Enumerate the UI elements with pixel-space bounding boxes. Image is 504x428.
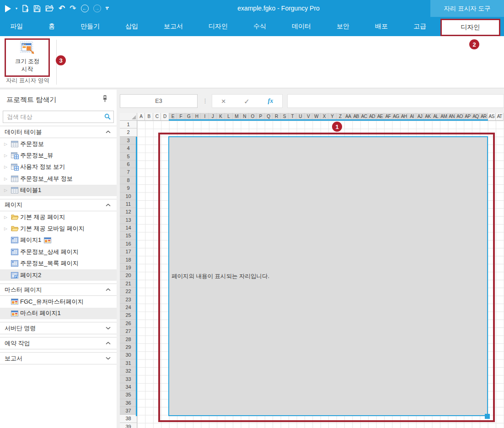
row-header[interactable]: 34 — [120, 383, 137, 391]
row-header[interactable]: 6 — [120, 160, 137, 168]
row-header[interactable]: 30 — [120, 351, 137, 359]
tab-보고서[interactable]: 보고서 — [160, 22, 187, 31]
expand-arrow-icon[interactable]: ▷ — [4, 226, 11, 231]
row-header[interactable]: 18 — [120, 256, 137, 264]
section-header[interactable]: 예약 작업 — [0, 337, 117, 349]
row-header[interactable]: 10 — [120, 193, 137, 200]
row-header[interactable]: 12 — [120, 208, 137, 216]
tab-수식[interactable]: 수식 — [250, 22, 270, 31]
row-header[interactable]: 26 — [120, 320, 137, 327]
tab-디자인[interactable]: 디자인 — [205, 22, 231, 31]
column-header[interactable]: C — [153, 113, 161, 121]
cancel-button[interactable]: × — [221, 97, 226, 105]
tab-파일[interactable]: 파일 — [6, 22, 27, 31]
row-header[interactable]: 38 — [120, 415, 137, 423]
section-header[interactable]: 마스터 페이지 — [0, 284, 117, 296]
row-header[interactable]: 3 — [120, 137, 137, 144]
row-header[interactable]: 21 — [120, 280, 137, 288]
expand-arrow-icon[interactable]: ▷ — [4, 153, 11, 158]
row-header[interactable]: 17 — [120, 248, 137, 256]
undo-icon[interactable]: ↶ — [59, 5, 65, 12]
enter-button[interactable]: ✓ — [244, 98, 250, 105]
expand-arrow-icon[interactable]: ▷ — [4, 177, 11, 181]
tree-item[interactable]: ▷사용자 정보 보기 — [0, 161, 117, 173]
tree-item[interactable]: ▷주문정보_뷰 — [0, 150, 117, 161]
open-icon[interactable] — [45, 5, 54, 12]
row-header[interactable]: 29 — [120, 343, 137, 351]
tree-item[interactable]: 페이지2 — [0, 269, 117, 281]
row-header[interactable]: 23 — [120, 296, 137, 304]
tab-홈[interactable]: 홈 — [45, 22, 59, 31]
tree-item[interactable]: FGC_유저마스터페이지 — [0, 296, 117, 307]
row-header[interactable]: 20 — [120, 272, 137, 279]
navigate-back-icon[interactable]: ← — [81, 5, 89, 12]
row-header[interactable]: 7 — [120, 168, 137, 176]
tab-삽입[interactable]: 삽입 — [122, 22, 142, 31]
section-header[interactable]: 보고서 — [0, 352, 117, 364]
resize-start-button[interactable]: 크기 조정 시작 — [5, 38, 50, 77]
expand-arrow-icon[interactable]: ▷ — [4, 188, 11, 193]
tab-design-contextual[interactable]: 디자인 — [440, 19, 500, 36]
formula-input[interactable] — [287, 94, 504, 108]
row-header[interactable]: 13 — [120, 216, 137, 224]
row-header[interactable]: 27 — [120, 327, 137, 335]
row-header[interactable]: 39 — [120, 423, 137, 428]
row-header[interactable]: 32 — [120, 367, 137, 375]
column-header[interactable]: B — [145, 113, 153, 121]
column-header[interactable]: AS — [488, 113, 496, 121]
tree-item[interactable]: ▷기본 제공 페이지 — [0, 211, 117, 223]
pin-icon[interactable] — [102, 95, 108, 104]
row-header[interactable]: 37 — [120, 407, 137, 415]
row-header[interactable]: 14 — [120, 224, 137, 232]
row-header[interactable]: 9 — [120, 184, 137, 192]
tab-배포[interactable]: 배포 — [371, 22, 391, 31]
row-header[interactable]: 35 — [120, 391, 137, 399]
content-placeholder-area[interactable]: 페이지의 내용이 표시되는 자리입니다. — [168, 136, 488, 416]
qat-customize-icon[interactable]: ▼ — [106, 7, 109, 10]
chevron-up-icon[interactable] — [106, 203, 111, 207]
section-header[interactable]: 페이지 — [0, 199, 117, 211]
column-header[interactable]: AT — [496, 113, 504, 121]
search-icon[interactable] — [104, 113, 111, 122]
row-header[interactable]: 1 — [120, 121, 137, 128]
row-header[interactable]: 16 — [120, 240, 137, 248]
navigate-forward-icon[interactable]: → — [93, 5, 101, 12]
new-file-icon[interactable] — [22, 5, 29, 12]
column-header[interactable]: A — [137, 113, 145, 121]
expand-arrow-icon[interactable]: ▷ — [4, 165, 11, 169]
row-header[interactable]: 33 — [120, 375, 137, 383]
row-header[interactable]: 15 — [120, 232, 137, 240]
expand-arrow-icon[interactable]: ▷ — [4, 142, 11, 146]
row-header[interactable]: 22 — [120, 288, 137, 295]
cell-name-box[interactable]: E3 — [120, 94, 198, 108]
tree-item[interactable]: 주문정보_상세 페이지 — [0, 246, 117, 257]
chevron-down-icon[interactable] — [106, 357, 111, 360]
search-input[interactable] — [3, 111, 114, 123]
tab-만들기[interactable]: 만들기 — [77, 22, 103, 31]
section-header[interactable]: 데이터 테이블 — [0, 126, 117, 138]
tree-item[interactable]: ▷주문정보_세부 정보 — [0, 173, 117, 184]
tree-item[interactable]: ▷테이블1 — [0, 185, 117, 196]
chevron-down-icon[interactable] — [106, 326, 111, 330]
tab-데이터[interactable]: 데이터 — [288, 22, 315, 31]
row-header[interactable]: 28 — [120, 336, 137, 343]
chevron-up-icon[interactable] — [106, 288, 111, 291]
save-icon[interactable] — [33, 5, 41, 12]
row-header[interactable]: 8 — [120, 177, 137, 184]
row-header[interactable]: 11 — [120, 200, 137, 208]
insert-function-button[interactable]: fx — [268, 97, 273, 105]
select-all-corner[interactable] — [120, 113, 137, 121]
run-icon[interactable] — [5, 5, 11, 12]
row-header[interactable]: 4 — [120, 144, 137, 152]
row-header[interactable]: 2 — [120, 128, 137, 136]
tab-보안[interactable]: 보안 — [333, 22, 353, 31]
redo-icon[interactable]: ↷ — [70, 5, 76, 12]
run-dropdown-icon[interactable]: ▾ — [16, 6, 17, 11]
row-header[interactable]: 25 — [120, 311, 137, 319]
chevron-up-icon[interactable] — [106, 130, 111, 134]
tab-고급[interactable]: 고급 — [410, 22, 430, 31]
chevron-up-icon[interactable] — [106, 342, 111, 345]
row-header[interactable]: 19 — [120, 264, 137, 272]
tree-item[interactable]: 마스터 페이지1 — [0, 308, 117, 319]
expand-arrow-icon[interactable]: ▷ — [4, 215, 11, 219]
